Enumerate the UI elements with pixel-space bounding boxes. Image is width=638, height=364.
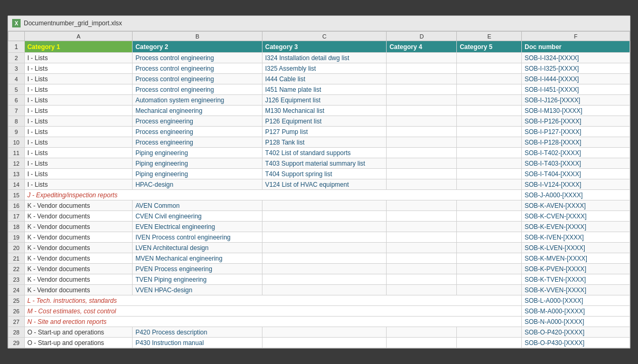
doc-number: SOB-K-MVEN-[XXXX]: [522, 253, 630, 264]
doc-number: SOB-N-A000-[XXXX]: [522, 317, 630, 327]
cat4-cell: [387, 211, 457, 222]
table-row: 13I - ListsPiping engineeringT404 Suppor…: [8, 169, 630, 179]
cat3-cell: [262, 264, 387, 274]
table-row: 25L - Tech. instructions, standardsSOB-L…: [8, 295, 630, 306]
table-row: 20K - Vendor documentsLVEN Architectural…: [8, 243, 630, 253]
cat1-cell: I - Lists: [24, 158, 133, 169]
row-number: 13: [8, 169, 25, 179]
cat4-cell: [387, 285, 457, 295]
row-number: 26: [8, 306, 25, 317]
cat4-cell: [387, 222, 457, 232]
table-row: 8I - ListsProcess engineeringP126 Equipm…: [8, 116, 630, 127]
row-number: 7: [8, 106, 25, 116]
cat5-cell: [457, 158, 522, 169]
table-row: 19K - Vendor documentsIVEN Process contr…: [8, 232, 630, 243]
cat2-cell: Process control engineering: [133, 53, 262, 63]
table-row: 17K - Vendor documentsCVEN Civil enginee…: [8, 211, 630, 222]
cat2-cell: MVEN Mechanical engineering: [133, 253, 262, 264]
row-number: 27: [8, 317, 25, 327]
cat2-cell: VVEN HPAC-design: [133, 285, 262, 295]
cat2-cell: Mechanical engineering: [133, 106, 262, 116]
row-number: 20: [8, 243, 25, 253]
cat1-cell: I - Lists: [24, 74, 133, 84]
row-number: 3: [8, 63, 25, 74]
cat1-cell: I - Lists: [24, 169, 133, 179]
col-header-a: A: [24, 32, 133, 41]
doc-number: SOB-K-AVEN-[XXXX]: [522, 200, 630, 211]
cat5-cell: [457, 200, 522, 211]
cat1-cell: K - Vendor documents: [24, 274, 133, 285]
cat3-cell: [262, 222, 387, 232]
doc-number: SOB-I-V124-[XXXX]: [522, 179, 630, 190]
cat3-cell: V124 List of HVAC equipment: [262, 179, 387, 190]
row-number: 11: [8, 148, 25, 158]
col-header-b: B: [133, 32, 262, 41]
cat1-cell: K - Vendor documents: [24, 232, 133, 243]
cat1-cell: O - Start-up and operations: [24, 338, 133, 348]
cat3-cell: P126 Equipment list: [262, 116, 387, 127]
cat4-cell: [387, 148, 457, 158]
cat4-cell: [387, 243, 457, 253]
row-number: 16: [8, 200, 25, 211]
row-number: 18: [8, 222, 25, 232]
application-window: X Documentnumber_grid_import.xlsx A B C: [7, 15, 631, 349]
cat1-cell: K - Vendor documents: [24, 264, 133, 274]
cat5-cell: [457, 148, 522, 158]
row-number: 8: [8, 116, 25, 127]
cat2-cell: Process engineering: [133, 127, 262, 137]
cat5-cell: [457, 338, 522, 348]
cat3-cell: [262, 274, 387, 285]
table-row: 4I - ListsProcess control engineeringI44…: [8, 74, 630, 84]
cat1-cell: I - Lists: [24, 116, 133, 127]
doc-number: SOB-I-P128-[XXXX]: [522, 137, 630, 148]
cat4-header: Category 4: [387, 41, 457, 53]
cat4-cell: [387, 200, 457, 211]
cat5-cell: [457, 53, 522, 63]
doc-number: SOB-K-IVEN-[XXXX]: [522, 232, 630, 243]
doc-number: SOB-I-T402-[XXXX]: [522, 148, 630, 158]
row-number: 2: [8, 53, 25, 63]
window-title: Documentnumber_grid_import.xlsx: [24, 20, 122, 27]
cat2-cell: Process control engineering: [133, 74, 262, 84]
cat1-cell: I - Lists: [24, 137, 133, 148]
cat3-cell: I451 Name plate list: [262, 84, 387, 95]
cat2-cell: Piping engineering: [133, 158, 262, 169]
col-header-e: E: [457, 32, 522, 41]
row-number: 6: [8, 95, 25, 106]
column-header-row: A B C D E F: [8, 32, 630, 41]
cat2-cell: EVEN Electrical engineering: [133, 222, 262, 232]
cat4-cell: [387, 158, 457, 169]
doc-number: SOB-K-TVEN-[XXXX]: [522, 274, 630, 285]
table-row: 28O - Start-up and operationsP420 Proces…: [8, 327, 630, 338]
table-row: 11I - ListsPiping engineeringT402 List o…: [8, 148, 630, 158]
cat2-cell: LVEN Architectural design: [133, 243, 262, 253]
row-number: 1: [8, 41, 25, 53]
row-number: 23: [8, 274, 25, 285]
cat5-cell: [457, 253, 522, 264]
doc-number: SOB-L-A000-[XXXX]: [522, 295, 630, 306]
row-number: 29: [8, 338, 25, 348]
doc-number: SOB-I-M130-[XXXX]: [522, 106, 630, 116]
cat2-header: Category 2: [133, 41, 262, 53]
cat3-cell: [262, 253, 387, 264]
doc-number: SOB-I-P126-[XXXX]: [522, 116, 630, 127]
cat1-cell: K - Vendor documents: [24, 285, 133, 295]
cat2-cell: HPAC-design: [133, 179, 262, 190]
cat5-cell: [457, 327, 522, 338]
cat5-cell: [457, 264, 522, 274]
cat3-cell: J126 Equipment list: [262, 95, 387, 106]
row-number: 9: [8, 127, 25, 137]
doc-number: SOB-I-I444-[XXXX]: [522, 74, 630, 84]
cat3-cell: [262, 211, 387, 222]
doc-number: SOB-K-PVEN-[XXXX]: [522, 264, 630, 274]
data-table: A B C D E F 1 Category 1 Category 2 Cate…: [8, 31, 630, 348]
table-row: 2I - ListsProcess control engineeringI32…: [8, 53, 630, 63]
doc-number: SOB-I-J126-[XXXX]: [522, 95, 630, 106]
cat5-cell: [457, 116, 522, 127]
docnum-header: Doc number: [522, 41, 630, 53]
cat1-cell: I - Lists: [24, 148, 133, 158]
cat3-cell: [262, 232, 387, 243]
table-row: 22K - Vendor documentsPVEN Process engin…: [8, 264, 630, 274]
doc-number: SOB-O-P420-[XXXX]: [522, 327, 630, 338]
cat5-cell: [457, 63, 522, 74]
